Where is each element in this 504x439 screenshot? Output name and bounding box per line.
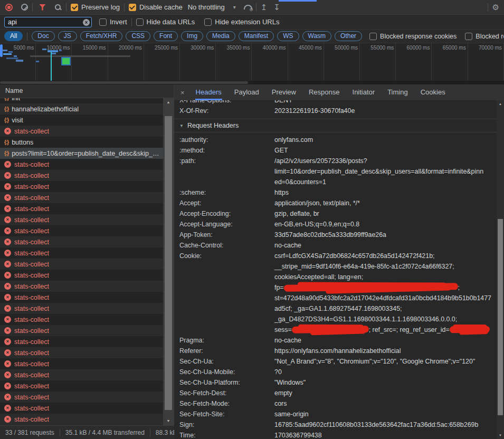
request-row[interactable]: ×stats-collect — [0, 270, 163, 281]
blocked-requests-checkbox[interactable]: Blocked requests — [465, 33, 504, 40]
request-row[interactable]: {:}posts?limit=10&order=publish_date_des… — [0, 148, 163, 159]
overview-hscrollbar[interactable] — [0, 81, 504, 84]
request-row[interactable]: {:}init — [0, 98, 163, 103]
network-filter-input[interactable] — [5, 18, 91, 26]
request-row[interactable]: ×stats-collect — [0, 170, 163, 181]
filter-pill-wasm[interactable]: Wasm — [302, 31, 332, 41]
header-value: 202312261916-30670fa40e — [274, 106, 355, 116]
request-row[interactable]: {:}buttons — [0, 137, 163, 148]
request-row[interactable]: ×stats-collect — [0, 181, 163, 192]
request-name: stats-collect — [14, 338, 49, 346]
invert-checkbox[interactable]: Invert — [99, 18, 127, 26]
scroll-up-button[interactable]: ▲ — [163, 99, 174, 106]
request-row[interactable]: ×stats-collect — [0, 259, 163, 270]
filter-pill-manifest[interactable]: Manifest — [239, 31, 274, 41]
request-row[interactable]: ×stats-collect — [0, 347, 163, 358]
hide-data-urls-checkbox[interactable]: Hide data URLs — [136, 18, 195, 26]
request-row[interactable]: ×stats-collect — [0, 281, 163, 292]
request-row[interactable]: ×stats-collect — [0, 414, 163, 425]
scrollbar-thumb[interactable] — [165, 116, 172, 410]
disable-cache-checkbox[interactable]: Disable cache — [129, 3, 183, 11]
request-name: stats-collect — [14, 250, 49, 257]
request-row[interactable]: ×stats-collect — [0, 214, 163, 225]
error-icon: × — [4, 272, 11, 279]
preserve-log-checkbox[interactable]: Preserve log — [71, 3, 120, 11]
request-row[interactable]: ×stats-collect — [0, 392, 163, 403]
clear-network-log-button[interactable] — [21, 4, 28, 11]
header-value: "Windows" — [274, 377, 306, 388]
tab-initiator[interactable]: Initiator — [352, 84, 376, 100]
header-value-text: ; ref_src=; reg_ref_user_id= — [369, 326, 450, 333]
header-row: Sec-Ch-Ua:"Not_A Brand";v="8", "Chromium… — [174, 356, 497, 367]
filter-pill-css[interactable]: CSS — [126, 31, 150, 41]
filter-button[interactable] — [39, 4, 46, 11]
request-row[interactable]: ×stats-collect — [0, 403, 163, 414]
requests-scrollbar[interactable]: ▲ ▼ — [163, 98, 174, 425]
scroll-up-button[interactable]: ▲ — [497, 101, 504, 107]
filter-pill-fetch-xhr[interactable]: Fetch/XHR — [80, 31, 123, 41]
timeline-tick: 40000 ms — [252, 43, 288, 81]
filter-pill-media[interactable]: Media — [206, 31, 235, 41]
request-headers-section[interactable]: ▼Request Headers — [174, 119, 497, 132]
filter-pill-other[interactable]: Other — [335, 31, 362, 41]
import-har-button[interactable]: ↧ — [273, 3, 280, 12]
hide-extension-urls-checkbox[interactable]: Hide extension URLs — [204, 18, 279, 26]
header-value-line: gzip, deflate, br — [274, 208, 319, 219]
header-name: Accept: — [174, 198, 274, 208]
header-value-line: cookiesAccepted=all; lang=en; — [274, 272, 491, 282]
tab-payload[interactable]: Payload — [234, 84, 260, 100]
filter-pill-ws[interactable]: WS — [277, 31, 299, 41]
name-column-header[interactable]: Name — [0, 84, 174, 98]
export-har-button[interactable]: ↥ — [261, 3, 268, 12]
search-button[interactable] — [54, 4, 62, 11]
scroll-down-button[interactable]: ▼ — [497, 432, 504, 438]
pill-divider — [27, 32, 27, 41]
filter-pill-img[interactable]: Img — [181, 31, 203, 41]
details-scrollbar[interactable]: ▲ ▼ — [497, 100, 504, 439]
filter-pill-font[interactable]: Font — [154, 31, 178, 41]
hide-data-urls-label: Hide data URLs — [147, 18, 195, 26]
network-conditions-button[interactable] — [243, 4, 252, 11]
blocked-response-cookies-checkbox[interactable]: Blocked response cookies — [369, 33, 457, 40]
request-row[interactable]: ×stats-collect — [0, 126, 163, 137]
request-row[interactable]: ×stats-collect — [0, 192, 163, 203]
request-name: stats-collect — [14, 128, 49, 135]
scrollbar-thumb[interactable] — [0, 81, 248, 84]
request-row[interactable]: ×stats-collect — [0, 292, 163, 303]
request-row[interactable]: ×stats-collect — [0, 203, 163, 214]
request-row[interactable]: ×stats-collect — [0, 303, 163, 314]
request-row[interactable]: ×stats-collect — [0, 369, 163, 380]
filter-pill-doc[interactable]: Doc — [32, 31, 54, 41]
network-overview[interactable]: 5000 ms10000 ms15000 ms20000 ms25000 ms3… — [0, 43, 504, 81]
record-button[interactable] — [5, 4, 13, 11]
devtools-settings-button[interactable]: ⚙ — [492, 3, 499, 12]
request-row[interactable]: ×stats-collect — [0, 225, 163, 236]
clear-filter-button[interactable]: × — [83, 19, 90, 26]
throttling-dropdown[interactable]: No throttling ▾ — [188, 3, 236, 11]
scrollbar-thumb[interactable] — [498, 219, 503, 415]
tab-cookies[interactable]: Cookies — [420, 84, 446, 100]
request-row[interactable]: ×stats-collect — [0, 159, 163, 170]
tab-headers[interactable]: Headers — [195, 84, 222, 100]
toolbar-divider — [488, 3, 488, 12]
checkbox-unchecked-icon — [369, 33, 377, 40]
scroll-down-button[interactable]: ▼ — [163, 418, 174, 424]
tab-timing[interactable]: Timing — [387, 84, 408, 100]
tab-response[interactable]: Response — [308, 84, 340, 100]
request-row[interactable]: ×stats-collect — [0, 380, 163, 392]
details-tabs: × HeadersPayloadPreviewResponseInitiator… — [174, 84, 504, 100]
request-row[interactable]: {:}visit — [0, 114, 163, 126]
close-details-button[interactable]: × — [180, 89, 185, 96]
filter-pill-all[interactable]: All — [4, 31, 23, 41]
header-row: Cache-Control:no-cache — [174, 240, 497, 251]
request-row[interactable]: ×stats-collect — [0, 236, 163, 247]
tab-preview[interactable]: Preview — [271, 84, 297, 100]
request-row[interactable]: ×stats-collect — [0, 314, 163, 325]
request-row[interactable]: ×stats-collect — [0, 325, 163, 336]
filter-pill-js[interactable]: JS — [58, 31, 77, 41]
request-row[interactable]: ×stats-collect — [0, 336, 163, 347]
requests-count: 33 / 381 requests — [5, 429, 54, 436]
request-row[interactable]: ×stats-collect — [0, 358, 163, 369]
request-row[interactable]: {:}hannahelizabethofficial — [0, 103, 163, 114]
request-row[interactable]: ×stats-collect — [0, 247, 163, 259]
